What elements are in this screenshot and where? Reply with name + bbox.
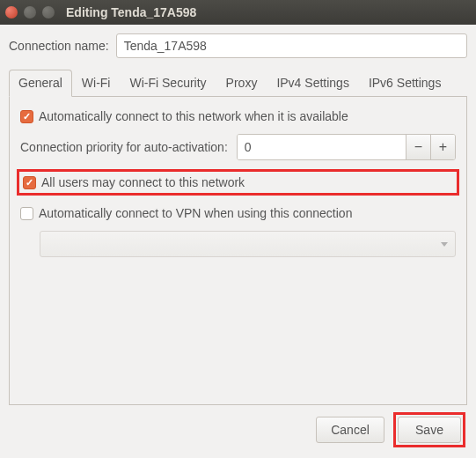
close-icon[interactable]	[5, 6, 18, 18]
all-users-label: All users may connect to this network	[41, 175, 245, 189]
auto-connect-label: Automatically connect to this network wh…	[39, 109, 348, 123]
save-button[interactable]: Save	[398, 417, 461, 443]
priority-spinner: − +	[237, 134, 456, 160]
vpn-select[interactable]	[40, 231, 456, 257]
tab-ipv6[interactable]: IPv6 Settings	[359, 70, 451, 97]
tab-wifi-security[interactable]: Wi-Fi Security	[120, 70, 216, 97]
priority-increment-button[interactable]: +	[430, 135, 455, 159]
auto-vpn-label: Automatically connect to VPN when using …	[39, 206, 352, 220]
priority-input[interactable]	[238, 135, 406, 159]
dialog-button-bar: Cancel Save	[9, 405, 467, 451]
all-users-checkbox[interactable]	[23, 176, 36, 189]
tab-proxy[interactable]: Proxy	[216, 70, 267, 97]
tab-ipv4[interactable]: IPv4 Settings	[267, 70, 359, 97]
tab-general[interactable]: General	[9, 70, 72, 97]
window-body: Connection name: General Wi-Fi Wi-Fi Sec…	[0, 25, 476, 458]
priority-label: Connection priority for auto-activation:	[20, 140, 228, 154]
cancel-button[interactable]: Cancel	[316, 417, 384, 443]
priority-decrement-button[interactable]: −	[406, 135, 430, 159]
window-title: Editing Tenda_17A598	[66, 5, 196, 19]
connection-name-label: Connection name:	[9, 39, 109, 53]
chevron-down-icon	[441, 242, 448, 247]
auto-connect-checkbox[interactable]	[20, 110, 33, 123]
tab-bar: General Wi-Fi Wi-Fi Security Proxy IPv4 …	[9, 69, 467, 97]
connection-name-input[interactable]	[116, 33, 467, 58]
tab-wifi[interactable]: Wi-Fi	[72, 70, 121, 97]
minimize-icon[interactable]	[24, 6, 36, 18]
maximize-icon[interactable]	[42, 6, 55, 18]
auto-vpn-row: Automatically connect to VPN when using …	[20, 206, 456, 220]
titlebar: Editing Tenda_17A598	[0, 0, 476, 25]
connection-name-row: Connection name:	[9, 33, 467, 58]
tab-content-general: Automatically connect to this network wh…	[9, 97, 467, 405]
all-users-row: All users may connect to this network	[23, 175, 453, 189]
auto-connect-row: Automatically connect to this network wh…	[20, 109, 456, 123]
auto-vpn-checkbox[interactable]	[20, 207, 33, 220]
priority-row: Connection priority for auto-activation:…	[20, 134, 456, 160]
save-highlight: Save	[393, 412, 465, 447]
all-users-highlight: All users may connect to this network	[17, 169, 459, 196]
